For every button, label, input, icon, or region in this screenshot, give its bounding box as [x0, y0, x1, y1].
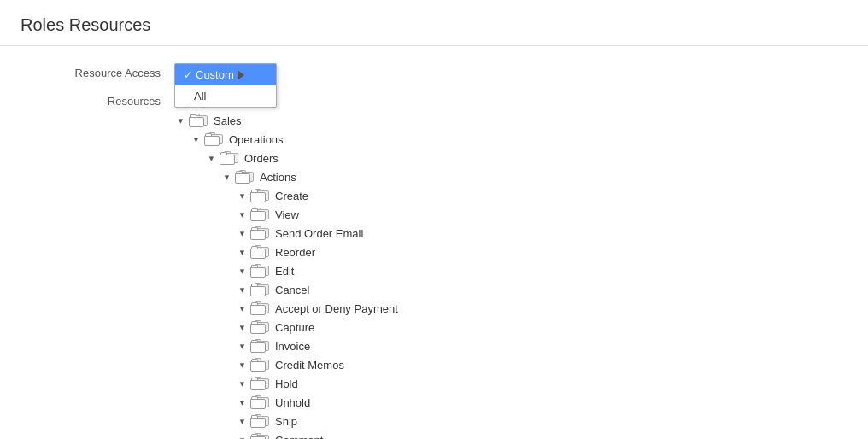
option-custom-label: Custom [196, 68, 234, 81]
tree-row-sales: Sales [174, 112, 847, 131]
tree-label-comment: Comment [275, 433, 323, 439]
tree-label-unhold: Unhold [275, 395, 310, 411]
tree-row-invoice: Invoice [174, 337, 847, 356]
tree-row-edit: Edit [174, 262, 847, 281]
folder-icon-operations [204, 133, 225, 147]
tree-label-send-order-email: Send Order Email [275, 226, 363, 242]
tree-label-ship: Ship [275, 414, 297, 430]
content-area: Resource Access ✓ Custom All Resources [0, 46, 868, 439]
tree-toggle-actions[interactable] [220, 172, 232, 184]
tree-row-reorder: Reorder [174, 243, 847, 262]
dropdown-menu: ✓ Custom All [174, 63, 277, 108]
tree-label-operations: Operations [229, 132, 284, 148]
tree-toggle-edit[interactable] [236, 266, 248, 278]
tree-label-cancel: Cancel [275, 283, 309, 298]
tree-container: Dashboard Sales [174, 93, 847, 439]
folder-icon-edit [250, 265, 271, 278]
resource-access-row: Resource Access ✓ Custom All [21, 63, 847, 79]
tree-toggle-orders[interactable] [205, 153, 217, 165]
tree-toggle-comment[interactable] [236, 435, 248, 439]
tree-toggle-accept-or-deny-payment[interactable] [236, 303, 248, 315]
tree-toggle-operations[interactable] [190, 134, 202, 146]
tree-toggle-view[interactable] [236, 209, 248, 221]
tree-row-send-order-email: Send Order Email [174, 225, 847, 243]
tree-row-view: View [174, 206, 847, 225]
page-header: Roles Resources [0, 0, 868, 46]
tree-row-actions: Actions [174, 168, 847, 187]
folder-icon-unhold [250, 396, 271, 410]
tree-toggle-reorder[interactable] [236, 247, 248, 259]
folder-icon-create [250, 190, 271, 203]
tree-toggle-sales[interactable] [174, 115, 186, 127]
option-all-label: All [194, 90, 206, 102]
tree-row-create: Create [174, 187, 847, 206]
folder-icon-cancel [250, 284, 271, 297]
tree-row-cancel: Cancel [174, 281, 847, 300]
tree-row-operations: Operations [174, 131, 847, 149]
folder-icon-credit-memos [250, 359, 271, 372]
page-container: Roles Resources Resource Access ✓ Custom… [0, 0, 868, 439]
tree-label-view: View [275, 208, 299, 223]
folder-icon-accept-or-deny-payment [250, 302, 271, 316]
resources-row: Resources Dashboard [21, 93, 847, 439]
tree-row-accept-or-deny-payment: Accept or Deny Payment [174, 300, 847, 319]
tree-label-hold: Hold [275, 377, 298, 392]
tree-row-unhold: Unhold [174, 394, 847, 413]
tree-row-capture: Capture [174, 319, 847, 337]
resources-label: Resources [21, 93, 174, 108]
dropdown-option-custom[interactable]: ✓ Custom [175, 64, 276, 85]
tree-label-orders: Orders [244, 151, 279, 167]
tree-toggle-ship[interactable] [236, 416, 248, 428]
tree-label-sales: Sales [214, 114, 242, 129]
tree-toggle-create[interactable] [236, 190, 248, 202]
tree-label-invoice: Invoice [275, 339, 310, 354]
folder-icon-reorder [250, 246, 271, 260]
folder-icon-actions [235, 171, 255, 184]
folder-icon-hold [250, 378, 271, 391]
tree-row-hold: Hold [174, 375, 847, 394]
tree-label-actions: Actions [260, 170, 296, 185]
resource-access-label: Resource Access [21, 63, 174, 79]
tree-toggle-invoice[interactable] [236, 341, 248, 353]
tree-row-comment: Comment [174, 431, 847, 439]
cursor-indicator [238, 70, 244, 80]
folder-icon-view [250, 208, 271, 222]
folder-icon-orders [220, 152, 240, 166]
check-mark: ✓ [184, 69, 192, 81]
tree-toggle-credit-memos[interactable] [236, 360, 248, 372]
folder-icon-send-order-email [250, 227, 271, 241]
tree-label-credit-memos: Credit Memos [275, 358, 344, 373]
folder-icon-sales [189, 114, 209, 128]
folder-icon-ship [250, 415, 271, 429]
tree-row-credit-memos: Credit Memos [174, 356, 847, 375]
tree-label-edit: Edit [275, 264, 294, 279]
folder-icon-invoice [250, 340, 271, 354]
dropdown-option-all[interactable]: All [175, 85, 276, 107]
folder-icon-comment [250, 434, 271, 439]
tree-toggle-unhold[interactable] [236, 397, 248, 409]
tree-label-capture: Capture [275, 320, 314, 336]
folder-icon-capture [250, 321, 271, 335]
tree-toggle-send-order-email[interactable] [236, 228, 248, 240]
tree-label-reorder: Reorder [275, 245, 315, 260]
tree-toggle-cancel[interactable] [236, 284, 248, 296]
tree-label-accept-or-deny-payment: Accept or Deny Payment [275, 301, 398, 317]
tree-label-create: Create [275, 189, 308, 204]
tree-toggle-capture[interactable] [236, 322, 248, 334]
tree-row-orders: Orders [174, 149, 847, 168]
tree-toggle-hold[interactable] [236, 378, 248, 390]
page-title: Roles Resources [21, 15, 847, 35]
tree-row-ship: Ship [174, 413, 847, 431]
